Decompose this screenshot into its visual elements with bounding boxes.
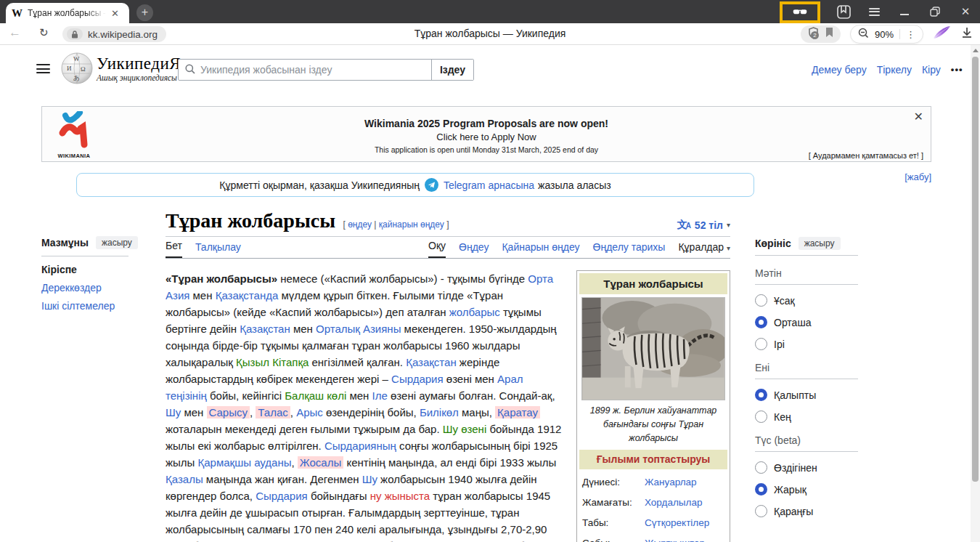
- extensions-pill[interactable]: 2: [801, 25, 841, 43]
- tab-close-icon[interactable]: ✕: [111, 8, 119, 19]
- incognito-glasses-icon[interactable]: [793, 5, 807, 20]
- radio-icon[interactable]: [755, 338, 767, 350]
- article-link[interactable]: Жосалы: [298, 456, 343, 469]
- article-link[interactable]: Шу: [166, 406, 181, 418]
- window-close-icon[interactable]: ✕: [958, 4, 973, 19]
- article-link[interactable]: Сырдария: [256, 490, 308, 502]
- radio-icon[interactable]: [755, 294, 767, 307]
- search-box[interactable]: Іздеу: [178, 59, 474, 81]
- radio-text-small[interactable]: Ұсақ: [755, 294, 858, 307]
- wiki-menu-icon[interactable]: [36, 64, 50, 73]
- download-icon[interactable]: [961, 27, 973, 41]
- tab-talk[interactable]: Талқылау: [195, 241, 241, 258]
- article-link[interactable]: Қармақшы ауданы: [198, 456, 292, 469]
- zoom-control[interactable]: 90% ⋮: [850, 25, 923, 44]
- wikimania-banner[interactable]: WIKIMANIA Wikimania 2025 Program Proposa…: [41, 106, 931, 162]
- article-link[interactable]: Шу: [362, 473, 377, 485]
- article-link[interactable]: Қазақстан: [240, 323, 290, 335]
- banner-dismiss-link[interactable]: [жабу]: [905, 171, 931, 182]
- tab-history[interactable]: Өңделу тарихы: [593, 241, 666, 258]
- radio-text-large[interactable]: Ірі: [755, 338, 858, 350]
- toc-hide-button[interactable]: жасыру: [96, 236, 138, 249]
- radio-icon[interactable]: [755, 389, 767, 401]
- search-button[interactable]: Іздеу: [431, 60, 473, 80]
- radio-text-standard[interactable]: Орташа: [755, 316, 858, 328]
- edit-source-link[interactable]: қайнарын өңдеу: [379, 219, 444, 230]
- taxo-value[interactable]: Жыртқыштар: [642, 533, 727, 542]
- article-link[interactable]: Талас: [256, 406, 290, 418]
- telegram-banner-suffix: жазыла аласыз: [538, 179, 611, 191]
- language-selector[interactable]: 文A 52 тіл ▾: [677, 218, 730, 232]
- article-link[interactable]: Сырдарияның: [324, 440, 396, 452]
- article-link[interactable]: Сарысу: [207, 406, 250, 418]
- new-tab-button[interactable]: +: [136, 4, 153, 21]
- tiger-photo[interactable]: [581, 297, 725, 400]
- radio-icon[interactable]: [755, 410, 767, 423]
- search-input[interactable]: [200, 64, 431, 76]
- zoom-out-icon[interactable]: [858, 28, 869, 41]
- wikipedia-wordmark[interactable]: УикипедиЯ Ашық энциклопедиясы: [97, 54, 181, 82]
- article-link[interactable]: ну жыныста: [370, 490, 430, 502]
- article-link[interactable]: Қазақстанда: [216, 289, 279, 302]
- edit-link[interactable]: өңдеу: [348, 219, 372, 230]
- page-scrollbar[interactable]: [971, 45, 980, 542]
- telegram-banner-prefix: Құрметті оқырман, қазақша Уикипедияның: [219, 179, 420, 191]
- article-link[interactable]: Қаратау: [495, 406, 540, 418]
- minimize-icon[interactable]: [897, 4, 912, 19]
- donate-link[interactable]: Демеу беру: [812, 64, 867, 76]
- article-link[interactable]: Қазақстан: [406, 356, 457, 368]
- article-link[interactable]: Орталық Азияны: [316, 323, 401, 335]
- radio-width-wide[interactable]: Кең: [755, 410, 858, 423]
- tab-edit-source[interactable]: Қайнарын өңдеу: [502, 241, 579, 258]
- article-link[interactable]: Балқаш көлі: [285, 389, 346, 402]
- radio-color-auto[interactable]: Өздігінен: [755, 461, 858, 474]
- tab-tools[interactable]: Құралдар ▾: [678, 241, 730, 258]
- banner-deadline: This application is open until Monday 31…: [42, 145, 931, 154]
- banner-close-icon[interactable]: ✕: [914, 110, 923, 124]
- taxo-value[interactable]: Хордалылар: [642, 492, 727, 512]
- telegram-channel-link[interactable]: Telegram арнасына: [444, 179, 534, 191]
- zoom-menu-icon[interactable]: ⋮: [906, 29, 915, 40]
- toc-item-internal-links[interactable]: Ішкі сілтемелер: [41, 300, 150, 312]
- login-link[interactable]: Кіру: [922, 64, 941, 76]
- browser-tab[interactable]: W Тұран жолбарысы — У ✕: [6, 3, 129, 23]
- taxo-value[interactable]: Жануарлар: [642, 472, 727, 492]
- taxo-value[interactable]: Сүтқоректілер: [642, 512, 727, 533]
- article-link[interactable]: Сырдария: [391, 373, 444, 385]
- radio-icon[interactable]: [755, 483, 767, 496]
- restore-icon[interactable]: [928, 4, 942, 19]
- article-link[interactable]: жолбарыс: [449, 306, 500, 318]
- tab-read[interactable]: Оқу: [428, 240, 446, 258]
- radio-width-standard[interactable]: Қалыпты: [755, 389, 858, 401]
- toc-item-intro[interactable]: Кіріспе: [41, 264, 150, 275]
- radio-color-light[interactable]: Жарық: [755, 483, 858, 496]
- article-link[interactable]: Билікөл: [420, 406, 459, 418]
- radio-icon[interactable]: [755, 505, 767, 517]
- article-text: өзені аумағы болған. Сондай-ақ,: [388, 389, 555, 402]
- telegram-banner[interactable]: Құрметті оқырман, қазақша Уикипедияның T…: [76, 173, 754, 197]
- scrollbar-thumb[interactable]: [972, 57, 979, 482]
- article-link[interactable]: Қызыл Кітапқа: [236, 356, 309, 368]
- scrollbar-up-icon[interactable]: [973, 49, 979, 52]
- radio-icon[interactable]: [755, 461, 767, 474]
- yandex-feather-icon[interactable]: [933, 25, 952, 43]
- banner-apply-link[interactable]: Click here to Apply Now: [42, 132, 931, 142]
- bookmark-flag-icon[interactable]: [825, 28, 833, 41]
- article-link[interactable]: Шу өзені: [443, 423, 486, 435]
- header-more-icon[interactable]: •••: [951, 64, 963, 76]
- radio-icon[interactable]: [755, 316, 767, 328]
- wikipedia-globe-logo[interactable]: WИΩあ: [61, 52, 93, 87]
- extension-shield-icon[interactable]: 2: [808, 27, 819, 42]
- article-link[interactable]: Қазалы: [166, 473, 203, 485]
- register-link[interactable]: Тіркелу: [877, 64, 912, 76]
- appearance-hide-button[interactable]: жасыру: [799, 237, 841, 250]
- side-panel-bookmark-icon[interactable]: [836, 4, 851, 19]
- tab-edit[interactable]: Өңдеу: [459, 241, 489, 258]
- toc-item-references[interactable]: Дереккөздер: [41, 282, 150, 294]
- radio-color-dark[interactable]: Қараңғы: [755, 505, 858, 517]
- article-link[interactable]: Іле: [372, 389, 388, 402]
- browser-menu-icon[interactable]: [867, 4, 881, 19]
- article-link[interactable]: Арыс: [296, 406, 323, 418]
- banner-translate-note[interactable]: [ Аудармамен қамтамасыз ет! ]: [809, 151, 923, 160]
- tab-page[interactable]: Бет: [166, 240, 182, 258]
